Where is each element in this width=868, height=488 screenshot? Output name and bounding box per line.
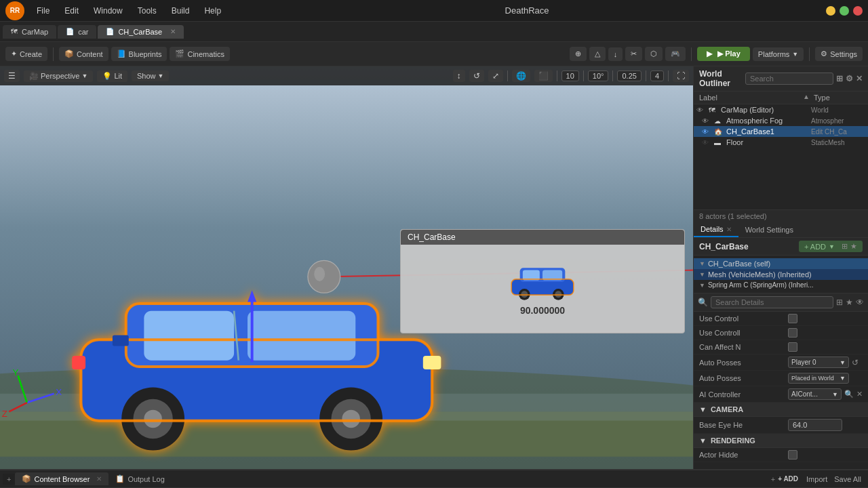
cam-num[interactable]: 4 — [650, 70, 664, 81]
rendering-section[interactable]: ▼ RENDERING — [694, 434, 868, 448]
col-type: Type — [811, 93, 865, 102]
ai-controller-dropdown[interactable]: AICont... ▼ — [788, 388, 842, 400]
eye-icon-search[interactable]: 👁 — [856, 298, 864, 307]
settings-button[interactable]: ⚙ Settings — [815, 47, 863, 61]
detail-row-actor-hidden: Actor Hidde — [694, 448, 868, 462]
details-tab[interactable]: Details ✕ — [694, 222, 738, 237]
star-icon-search[interactable]: ★ — [846, 298, 853, 307]
outliner-grid-icon[interactable]: ⊞ — [836, 74, 843, 83]
angle-num[interactable]: 10° — [588, 70, 609, 81]
tab-car[interactable]: 📄 car — [58, 25, 96, 39]
actors-count: 8 actors (1 selected) — [694, 209, 868, 222]
titlebar-menus: File Edit Window Tools Build Help — [30, 3, 228, 18]
eye-icon-3[interactable]: 👁 — [702, 139, 711, 146]
component-self[interactable]: ▼ CH_CarBase (self) — [694, 258, 868, 269]
eye-icon-1[interactable]: 👁 — [702, 117, 711, 125]
scale-icon[interactable]: ⤢ — [488, 70, 503, 82]
scale-num[interactable]: 0.25 — [617, 70, 641, 81]
fullscreen-icon[interactable]: ⛶ — [673, 70, 689, 82]
auto-posses-dropdown-1[interactable]: Player 0 ▼ — [788, 357, 849, 368]
component-spring[interactable]: ▼ Spring Arm C (SpringArm) (Inheri... — [694, 280, 868, 290]
grid-num[interactable]: 10 — [561, 70, 579, 81]
import-btn[interactable]: Import — [806, 475, 827, 483]
can-affect-checkbox[interactable] — [788, 342, 797, 352]
content-browser-close[interactable]: ✕ — [96, 475, 102, 483]
snap-btn[interactable]: △ — [589, 47, 606, 61]
add-bottom-tab[interactable]: + — [3, 474, 15, 485]
details-tab-close[interactable]: ✕ — [726, 226, 732, 233]
reset-icon[interactable]: ↺ — [852, 358, 859, 367]
grid-view-icon[interactable]: ⊞ — [842, 242, 848, 251]
svg-rect-18 — [423, 356, 441, 369]
tab-close-icon[interactable]: ✕ — [170, 28, 176, 35]
menu-tools[interactable]: Tools — [131, 3, 163, 18]
main-toolbar: ✦ Create 📦 Content 📘 Blueprints 🎬 Cinema… — [0, 42, 868, 66]
build-btn[interactable]: ⬡ — [645, 47, 663, 61]
use-controll-checkbox[interactable] — [788, 328, 797, 338]
perspective-chevron: ▼ — [81, 73, 87, 79]
surface-icon[interactable]: ⬛ — [534, 70, 553, 82]
play-button[interactable]: ▶ ▶ Play — [697, 47, 750, 61]
svg-point-12 — [144, 410, 162, 428]
use-control-checkbox[interactable] — [788, 314, 797, 323]
save-all-btn[interactable]: Save All — [834, 475, 861, 483]
details-add-button[interactable]: + ADD ▼ ⊞ ★ — [799, 241, 863, 252]
world-outliner-header: World Outliner ⊞ ⚙ ✕ — [694, 66, 868, 92]
menu-edit[interactable]: Edit — [58, 3, 85, 18]
ai-search-icon[interactable]: 🔍 — [844, 390, 854, 399]
outliner-search-input[interactable] — [745, 73, 833, 85]
content-button[interactable]: 📦 Content — [59, 47, 108, 61]
output-log-tab[interactable]: 📋 Output Log — [108, 472, 171, 485]
menu-build[interactable]: Build — [165, 3, 197, 18]
camera-btn[interactable]: ✂ — [625, 47, 642, 61]
detail-row-use-control: Use Control — [694, 312, 868, 326]
outliner-item-floor[interactable]: 👁 ▬ Floor StaticMesh — [694, 137, 868, 148]
viewport[interactable]: ☰ 🎥 Perspective ▼ 💡 Lit Show ▼ ↕ ↺ ⤢ 🌐 ⬛… — [0, 66, 693, 469]
outliner-item-fog[interactable]: 👁 ☁ Atmospheric Fog Atmospher — [694, 115, 868, 126]
create-button[interactable]: ✦ Create — [5, 47, 47, 61]
coord-icon[interactable]: 🌐 — [512, 70, 530, 82]
rotate-icon[interactable]: ↺ — [469, 70, 484, 82]
menu-file[interactable]: File — [30, 3, 56, 18]
vr-btn[interactable]: 🎮 — [665, 47, 686, 61]
menu-window[interactable]: Window — [87, 3, 130, 18]
world-settings-tab[interactable]: World Settings — [738, 222, 800, 237]
content-browser-tab[interactable]: 📦 Content Browser ✕ — [15, 472, 108, 485]
world-outliner-close[interactable]: ✕ — [856, 74, 863, 83]
eye-icon-2[interactable]: 👁 — [702, 128, 711, 136]
component-mesh[interactable]: ▼ Mesh (VehicleMesh) (Inherited) — [694, 269, 868, 280]
maximize-button[interactable] — [840, 6, 849, 16]
transform-icon[interactable]: ↕ — [453, 70, 465, 82]
outliner-list: 👁 🗺 CarMap (Editor) World 👁 ☁ Atmospheri… — [694, 104, 868, 209]
eye-icon-0[interactable]: 👁 — [696, 106, 706, 114]
grid-btn[interactable]: ↓ — [608, 47, 623, 61]
base-eye-input[interactable]: 64.0 — [788, 419, 842, 431]
auto-posses-dropdown-2[interactable]: Placed in World ▼ — [788, 373, 849, 384]
lit-btn[interactable]: 💡 Lit — [97, 70, 127, 82]
actor-hidden-checkbox[interactable] — [788, 450, 797, 460]
add-btn-cb[interactable]: + — [771, 475, 775, 483]
blueprints-button[interactable]: 📘 Blueprints — [111, 47, 167, 61]
tab-carmap[interactable]: 🗺 CarMap — [3, 25, 56, 39]
ai-clear-icon[interactable]: ✕ — [856, 390, 863, 399]
tab-ch-carbase[interactable]: 📄 CH_CarBase ✕ — [98, 25, 184, 39]
outliner-settings-icon[interactable]: ⚙ — [846, 74, 853, 83]
perspective-btn[interactable]: 🎥 Perspective ▼ — [24, 70, 93, 82]
platforms-button[interactable]: Platforms ▼ — [753, 47, 804, 61]
cinematics-button[interactable]: 🎬 Cinematics — [170, 47, 229, 61]
details-search-bar: 🔍 ⊞ ★ 👁 — [694, 293, 868, 312]
menu-help[interactable]: Help — [197, 3, 228, 18]
details-search-input[interactable] — [711, 296, 833, 308]
minimize-button[interactable] — [826, 6, 835, 16]
section-arrow: ▼ — [699, 405, 707, 413]
close-button[interactable] — [853, 6, 863, 16]
grid-icon[interactable]: ⊞ — [836, 298, 843, 307]
show-btn[interactable]: Show ▼ — [132, 70, 169, 81]
viewport-menu-btn[interactable]: ☰ — [4, 70, 20, 82]
star-icon[interactable]: ★ — [850, 242, 857, 251]
transform-mode-btn[interactable]: ⊕ — [570, 47, 587, 61]
outliner-item-chcarbase[interactable]: 👁 🏠 CH_CarBase1 Edit CH_Ca — [694, 126, 868, 137]
toolbar-sep-2 — [691, 47, 692, 61]
outliner-item-carmap[interactable]: 👁 🗺 CarMap (Editor) World — [694, 104, 868, 115]
camera-section[interactable]: ▼ CAMERA — [694, 403, 868, 417]
